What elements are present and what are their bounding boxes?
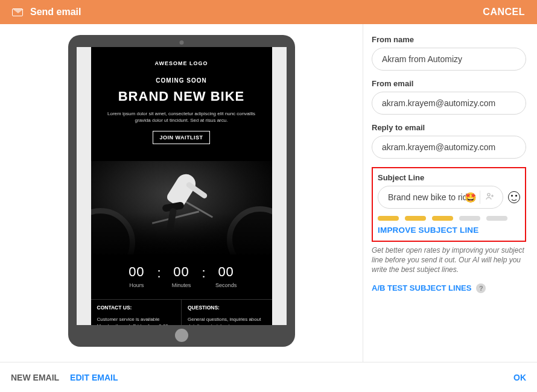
envelope-icon	[12, 8, 23, 16]
tablet-home-button-icon	[175, 329, 188, 342]
footer-contact-heading: CONTACT US:	[97, 305, 176, 311]
input-divider	[480, 191, 480, 204]
countdown-hours-label: Hours	[121, 282, 152, 288]
subject-line-section: Subject Line 🤩	[372, 167, 526, 242]
footer-questions-heading: QUESTIONS:	[188, 305, 266, 311]
top-bar: Send email CANCEL	[0, 0, 537, 24]
tablet-camera-icon	[179, 40, 183, 45]
countdown-hours: 00	[121, 264, 152, 280]
hero-image	[91, 161, 272, 254]
svg-point-0	[488, 194, 490, 196]
page-title: Send email	[30, 7, 81, 17]
countdown: 00 Hours : 00 Minutes : 00 Seconds	[91, 264, 272, 288]
bottom-bar: NEW EMAIL EDIT EMAIL OK	[0, 362, 537, 392]
footer-questions-text: General questions, inquiries about detai…	[188, 317, 266, 325]
ok-button[interactable]: OK	[513, 373, 526, 382]
score-segment	[432, 216, 453, 221]
cancel-button[interactable]: CANCEL	[483, 7, 525, 17]
email-footer: CONTACT US: Customer service is availabl…	[91, 299, 272, 325]
countdown-seconds-label: Seconds	[211, 282, 242, 288]
from-email-label: From email	[372, 79, 526, 88]
countdown-separator: :	[202, 264, 206, 281]
score-segment	[378, 216, 399, 221]
score-segment	[405, 216, 426, 221]
subject-score	[378, 216, 520, 221]
countdown-minutes-label: Minutes	[166, 282, 197, 288]
countdown-separator: :	[157, 264, 160, 281]
from-name-label: From name	[372, 35, 526, 44]
ab-test-button[interactable]: A/B TEST SUBJECT LINES	[372, 283, 471, 292]
countdown-seconds: 00	[211, 264, 242, 280]
tablet-frame: AWESOME LOGO COMING SOON BRAND NEW BIKE …	[68, 35, 295, 347]
footer-contact-text: Customer service is available Monday thr…	[97, 317, 176, 325]
add-person-icon[interactable]	[485, 192, 495, 203]
score-segment	[459, 216, 480, 221]
email-preview: AWESOME LOGO COMING SOON BRAND NEW BIKE …	[91, 47, 272, 325]
reply-to-label: Reply to email	[372, 123, 526, 132]
improve-subject-button[interactable]: IMPROVE SUBJECT LINE	[378, 226, 520, 235]
brand-logo: AWESOME LOGO	[102, 60, 261, 66]
countdown-minutes: 00	[166, 264, 197, 280]
subject-hint: Get better open rates by improving your …	[372, 245, 526, 275]
subject-input[interactable]	[378, 186, 503, 209]
preview-column: AWESOME LOGO COMING SOON BRAND NEW BIKE …	[0, 24, 363, 362]
from-email-input[interactable]	[372, 92, 526, 115]
email-body-text: Lorem ipsum dolor sit amet, consectetur …	[102, 110, 261, 124]
tablet-screen: AWESOME LOGO COMING SOON BRAND NEW BIKE …	[77, 47, 287, 325]
help-icon[interactable]: ?	[476, 283, 486, 293]
from-name-input[interactable]	[372, 48, 526, 71]
edit-email-button[interactable]: EDIT EMAIL	[70, 373, 118, 382]
subject-label: Subject Line	[378, 173, 520, 182]
emoji-picker-icon[interactable]	[508, 191, 520, 203]
email-headline: BRAND NEW BIKE	[102, 89, 261, 104]
new-email-button[interactable]: NEW EMAIL	[11, 373, 59, 382]
reply-to-input[interactable]	[372, 136, 526, 159]
score-segment	[486, 216, 507, 221]
join-waitlist-button[interactable]: JOIN WAITLIST	[153, 131, 209, 144]
subject-emoji: 🤩	[465, 192, 477, 203]
settings-panel: From name From email Reply to email Subj…	[363, 24, 537, 362]
coming-soon-label: COMING SOON	[102, 77, 261, 84]
subject-input-wrap: 🤩	[378, 186, 503, 209]
